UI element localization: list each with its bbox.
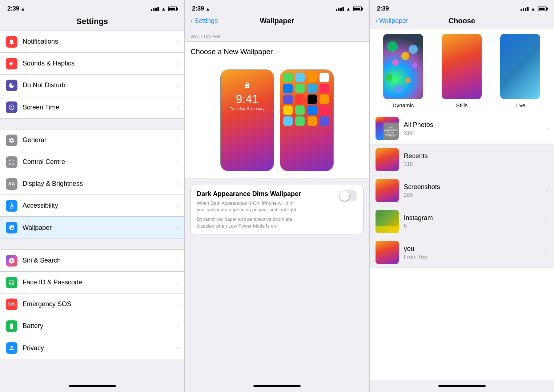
display-icon: AA [6,178,17,190]
recents-info: Recents 318 [404,152,546,167]
album-item-recents[interactable]: Recents 318 › [370,144,554,175]
settings-item-control[interactable]: Control Centre › [0,151,184,173]
notifications-label: Notifications [23,38,177,45]
general-icon [6,135,17,146]
status-time-2: 2:39 [192,5,204,12]
settings-item-battery[interactable]: Battery › [0,315,184,337]
all-photos-chevron: › [546,125,548,132]
back-label: Settings [194,17,218,25]
dark-appearance-desc2: Dynamic wallpaper and perspective zoom a… [197,216,298,229]
screenshots-info: Screenshots 285 [404,183,546,198]
accessibility-icon [6,200,17,212]
back-label-2: Wallpaper [379,17,408,25]
bubbles-decoration [383,34,423,99]
album-item-you[interactable]: you From You › [370,237,554,268]
status-bar-3: 2:39 ▲ [370,0,554,15]
settings-item-screentime[interactable]: Screen Time › [0,96,184,118]
sounds-icon [6,58,17,69]
signal-icon-3 [521,7,529,11]
dynamic-thumbnail [383,34,423,99]
choose-new-chevron: › [277,49,364,55]
home-screen-preview[interactable] [280,69,334,171]
recents-count: 318 [404,161,546,167]
screentime-icon [6,101,17,113]
battery-chevron: › [177,323,178,329]
settings-item-siri[interactable]: Siri & Search › [0,250,184,272]
album-item-screenshots[interactable]: Screenshots 285 › [370,175,554,206]
siri-icon [6,255,17,267]
instagram-name: Instagram [404,214,546,222]
settings-section-3: Siri & Search › Face ID & Passcode › SOS… [0,249,184,359]
instagram-info: Instagram 6 [404,214,546,229]
accessibility-label: Accessibility [23,202,177,209]
settings-title-bar: Settings [0,15,184,31]
category-stills[interactable]: Stills [433,34,491,108]
accessibility-chevron: › [177,203,178,209]
screenshots-count: 285 [404,192,546,198]
category-dynamic[interactable]: Dynamic [374,34,433,108]
battery-label: Battery [23,322,177,330]
settings-item-dnd[interactable]: Do Not Disturb › [0,75,184,96]
settings-item-notifications[interactable]: Notifications › [0,31,184,53]
dynamic-label: Dynamic [393,102,414,108]
notifications-chevron: › [177,39,178,45]
settings-panel: 2:39 ▲ ▲ Settings Not [0,0,184,392]
settings-item-accessibility[interactable]: Accessibility › [0,195,184,217]
general-label: General [23,136,177,144]
settings-section-1: Notifications › Sounds & Haptics › Do No… [0,31,184,119]
settings-item-wallpaper[interactable]: Wallpaper › [0,217,184,239]
home-bar-line-3 [438,385,486,387]
wifi-icon-3: ▲ [531,6,535,12]
home-bar-line-2 [253,385,301,387]
recents-name: Recents [404,152,546,160]
you-thumbnail [376,241,399,264]
instagram-chevron: › [546,218,548,225]
status-icons-3: ▲ [521,6,547,12]
choose-new-wallpaper-button[interactable]: Choose a New Wallpaper › [185,41,369,62]
dark-appearance-title: Dark Appearance Dims Wallpaper [197,190,301,198]
faceid-chevron: › [177,279,178,286]
choose-nav-bar: ‹ Wallpaper Choose [370,15,554,29]
faceid-icon [6,277,17,288]
dark-appearance-desc1: When Dark Appearance is On, iPhone will … [197,200,298,213]
back-to-wallpaper-button[interactable]: ‹ Wallpaper [376,17,408,25]
status-bar-1: 2:39 ▲ ▲ [0,0,184,15]
dnd-label: Do Not Disturb [23,81,177,89]
home-screen-wallpaper [280,70,333,171]
svg-point-0 [11,203,12,204]
dnd-chevron: › [177,82,178,89]
sos-label: Emergency SOS [23,300,177,308]
status-icons-2: ▲ [336,6,362,12]
display-label: Display & Brightness [23,180,177,188]
home-bar-2 [185,380,369,392]
settings-item-display[interactable]: AA Display & Brightness › [0,173,184,195]
settings-item-privacy[interactable]: Privacy › [0,337,184,359]
lock-screen-wallpaper: 9:41 Tuesday, 9 January [221,70,274,171]
album-item-all-photos[interactable]: Dark Appearance Dims Wallpaper All Photo… [370,113,554,144]
all-photos-thumbnail: Dark Appearance Dims Wallpaper [376,117,399,140]
status-icons-1: ▲ [151,6,177,12]
screentime-chevron: › [177,104,178,111]
settings-item-general[interactable]: General › [0,129,184,151]
settings-item-faceid[interactable]: Face ID & Passcode › [0,272,184,293]
location-icon-1: ▲ [21,6,25,12]
section-gap-3 [0,360,184,370]
category-live[interactable]: Live [491,34,550,108]
settings-item-sounds[interactable]: Sounds & Haptics › [0,53,184,75]
signal-icon-2 [336,7,344,11]
sounds-chevron: › [177,60,178,67]
siri-chevron: › [177,257,178,264]
lock-screen-preview[interactable]: 9:41 Tuesday, 9 January [220,69,274,171]
control-chevron: › [177,159,178,165]
settings-item-sos[interactable]: SOS Emergency SOS › [0,293,184,315]
dark-appearance-text: Dark Appearance Dims Wallpaper When Dark… [197,190,301,229]
stills-thumbnail [442,34,482,99]
privacy-chevron: › [177,345,178,351]
album-item-instagram[interactable]: Instagram 6 › [370,206,554,237]
status-bar-2: 2:39 ▲ ▲ [185,0,369,15]
lock-time: 9:41 [236,92,258,106]
dark-appearance-toggle[interactable] [339,190,357,201]
home-bar-line-1 [69,385,116,387]
display-chevron: › [177,181,178,187]
back-to-settings-button[interactable]: ‹ Settings [190,17,218,25]
